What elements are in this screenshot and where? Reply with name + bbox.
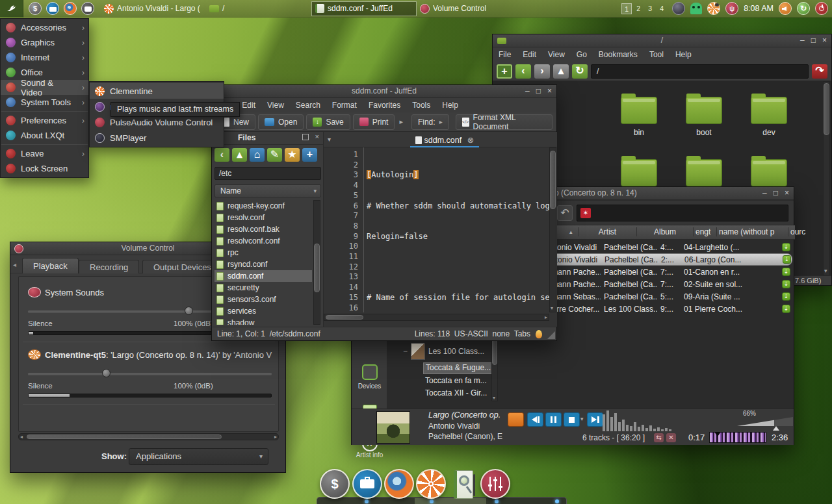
tray-volume-icon[interactable] bbox=[779, 2, 792, 15]
tab-sddm-conf[interactable]: sddm.conf ⊗ bbox=[410, 133, 479, 147]
flame-icon[interactable] bbox=[536, 330, 542, 338]
scroll-right-arrow[interactable]: ▸ bbox=[274, 434, 277, 440]
scroll-right-arrow[interactable]: ▸ bbox=[545, 314, 547, 320]
workspace-1[interactable]: 1 bbox=[621, 3, 632, 14]
files-launcher-icon[interactable] bbox=[46, 2, 59, 15]
col-source[interactable]: ourc bbox=[788, 227, 829, 236]
open-button[interactable]: Open bbox=[258, 114, 304, 130]
pause-button[interactable] bbox=[545, 412, 562, 427]
favorites-icon[interactable]: ★ bbox=[285, 148, 300, 162]
clementine-button[interactable] bbox=[508, 412, 524, 427]
notes-launcher-icon[interactable] bbox=[81, 2, 94, 15]
filemanager-scrollbar[interactable]: ▾ bbox=[823, 81, 830, 275]
close-button[interactable]: × bbox=[822, 36, 827, 45]
stop-button[interactable] bbox=[564, 412, 580, 427]
taskbar-button-clementine[interactable]: Antonio Vivaldi - Largo ( bbox=[101, 1, 206, 16]
folder-item-bin[interactable]: bin bbox=[606, 93, 671, 137]
menu-go[interactable]: Go bbox=[571, 48, 593, 61]
action-button[interactable]: ↷ bbox=[812, 64, 827, 79]
tree-album-row[interactable]: − Les 100 Class... bbox=[403, 343, 484, 360]
slider-knob[interactable] bbox=[185, 307, 193, 315]
tab-close-icon[interactable]: ⊗ bbox=[467, 136, 474, 145]
tree-track-row[interactable]: Toccata XII - Gir... bbox=[425, 388, 487, 397]
folder-item[interactable] bbox=[686, 159, 722, 186]
tab-scroll-left-icon[interactable]: ◂ bbox=[13, 261, 16, 268]
goto-current-icon[interactable]: ✎ bbox=[267, 148, 282, 162]
col-artist[interactable]: Artist bbox=[578, 227, 636, 236]
volume-wedge-slider[interactable] bbox=[737, 417, 793, 426]
file-row[interactable]: securetty bbox=[214, 282, 312, 294]
up-icon[interactable]: ▴ bbox=[232, 148, 247, 162]
menu-help[interactable]: Help bbox=[670, 48, 697, 61]
scrollbar-thumb[interactable] bbox=[550, 151, 556, 209]
file-row[interactable]: rsyncd.conf bbox=[214, 258, 312, 270]
editor-hscrollbar[interactable]: ▸ bbox=[324, 314, 549, 321]
file-manager-icon[interactable] bbox=[352, 469, 382, 499]
previous-button[interactable] bbox=[527, 412, 543, 427]
home-icon[interactable]: ⌂ bbox=[250, 148, 265, 162]
juffed-desktop-icon[interactable] bbox=[450, 469, 480, 501]
clock[interactable]: 8:08 AM bbox=[744, 4, 774, 13]
menu-item-graphics[interactable]: Graphics› bbox=[1, 35, 88, 50]
app-menu-button[interactable] bbox=[0, 0, 23, 18]
workspace-3[interactable]: 3 bbox=[645, 3, 655, 14]
shuffle-icon[interactable]: ✕ bbox=[666, 433, 676, 442]
workspace-2[interactable]: 2 bbox=[633, 3, 644, 14]
menu-view[interactable]: View bbox=[542, 48, 571, 61]
maximize-button[interactable]: □ bbox=[811, 36, 816, 45]
files-scrollbar[interactable] bbox=[313, 200, 320, 325]
next-button[interactable] bbox=[587, 412, 603, 427]
minimize-button[interactable]: – bbox=[762, 188, 767, 198]
menu-item-lock-screen[interactable]: Lock Screen bbox=[1, 161, 88, 176]
menu-item-preferences[interactable]: Preferences› bbox=[1, 113, 88, 128]
menu-bookmarks[interactable]: Bookmarks bbox=[593, 48, 644, 61]
tab-recording[interactable]: Recording bbox=[79, 260, 139, 273]
taskbar-button-volume[interactable]: Volume Control bbox=[417, 1, 522, 16]
forward-button[interactable]: › bbox=[534, 64, 550, 79]
firefox-launcher-icon[interactable] bbox=[64, 2, 77, 15]
add-icon[interactable]: + bbox=[302, 148, 317, 162]
toolbar-overflow-icon[interactable]: ▸ bbox=[397, 118, 405, 126]
editor-vscrollbar[interactable]: ▾ bbox=[549, 147, 556, 312]
folder-item-boot[interactable]: boot bbox=[671, 93, 736, 137]
file-row[interactable]: resolvconf.conf bbox=[214, 235, 312, 247]
menu-tool[interactable]: Tool bbox=[644, 48, 670, 61]
up-button[interactable]: ▴ bbox=[553, 64, 569, 79]
col-length[interactable]: engt bbox=[693, 227, 714, 236]
scroll-down-arrow[interactable]: ▾ bbox=[493, 395, 495, 401]
filemanager-titlebar[interactable]: / –□× bbox=[493, 34, 831, 47]
menu-item-accessories[interactable]: Accessories› bbox=[1, 20, 88, 35]
download-icon[interactable]: ⇣ bbox=[782, 280, 790, 288]
file-row[interactable]: services bbox=[214, 305, 312, 317]
download-icon[interactable]: ⇣ bbox=[782, 292, 790, 301]
workspace-4[interactable]: 4 bbox=[656, 3, 667, 14]
moodbar-handle[interactable] bbox=[714, 432, 721, 436]
menu-edit[interactable]: Edit bbox=[517, 48, 542, 61]
download-icon[interactable]: ⇣ bbox=[782, 243, 790, 251]
close-panel-icon[interactable]: × bbox=[315, 132, 319, 140]
tab-output-devices[interactable]: Output Devices bbox=[142, 260, 222, 273]
now-playing-art[interactable] bbox=[376, 411, 410, 444]
download-icon[interactable]: ⇣ bbox=[782, 268, 790, 276]
tree-track-row[interactable]: Toccata en fa m... bbox=[425, 376, 487, 385]
scrollbar-thumb[interactable] bbox=[314, 244, 320, 292]
menu-favorites[interactable]: Favorites bbox=[363, 99, 406, 112]
file-row[interactable]: shadow bbox=[214, 317, 312, 325]
slider-knob[interactable] bbox=[102, 369, 110, 377]
folder-item[interactable] bbox=[621, 159, 657, 186]
save-button[interactable]: ↓Save bbox=[306, 114, 350, 130]
col-name[interactable]: name (without p bbox=[716, 227, 786, 236]
menu-item-sound-video[interactable]: Sound & Video› bbox=[1, 80, 88, 95]
show-dropdown[interactable]: Applications▾ bbox=[129, 448, 268, 465]
print-button[interactable]: Print bbox=[353, 114, 395, 130]
dock-toggle-icon[interactable]: ▾ bbox=[328, 136, 331, 143]
menu-view[interactable]: View bbox=[261, 99, 290, 112]
dock-bar[interactable] bbox=[317, 497, 567, 504]
float-panel-icon[interactable] bbox=[302, 134, 309, 140]
collapse-icon[interactable]: − bbox=[403, 347, 408, 356]
stop-dropdown-icon[interactable]: ▾ bbox=[580, 416, 584, 422]
tray-power-icon[interactable] bbox=[815, 2, 828, 15]
close-button[interactable]: × bbox=[547, 86, 552, 96]
volume-app-icon[interactable] bbox=[480, 469, 510, 499]
sidebar-item-devices[interactable]: Devices bbox=[352, 364, 387, 390]
